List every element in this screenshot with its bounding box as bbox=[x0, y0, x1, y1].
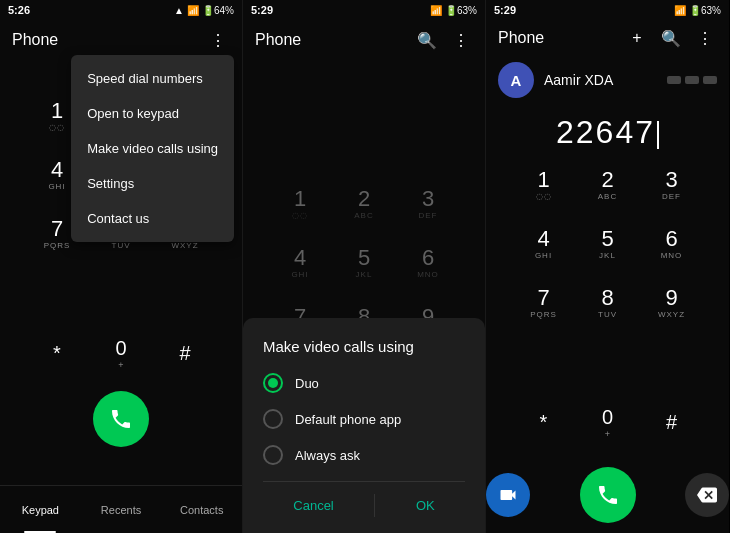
dial-key-zero-1[interactable]: 0 + bbox=[91, 329, 151, 379]
status-time-1: 5:26 bbox=[8, 4, 30, 16]
app-bar-1: Phone ⋮ bbox=[0, 20, 242, 60]
app-bar-2: Phone 🔍 ⋮ bbox=[243, 20, 485, 60]
dialog-ok-button[interactable]: OK bbox=[396, 494, 455, 517]
dial-key-2-4: 4GHI bbox=[270, 236, 330, 291]
panel-2: 5:29 📶 🔋63% Phone 🔍 ⋮ 1◌◌ 2ABC 3DEF 4GHI… bbox=[243, 0, 486, 533]
dial-key-star-3[interactable]: * bbox=[514, 397, 574, 447]
call-button-3[interactable] bbox=[580, 467, 636, 523]
contact-dot-1 bbox=[667, 76, 681, 84]
app-bar-3: Phone + 🔍 ⋮ bbox=[486, 20, 729, 56]
app-bar-icons-3: + 🔍 ⋮ bbox=[625, 26, 717, 50]
menu-item-settings[interactable]: Settings bbox=[71, 166, 234, 201]
status-icons-3: 📶 🔋63% bbox=[674, 5, 721, 16]
menu-item-contact-us[interactable]: Contact us bbox=[71, 201, 234, 236]
dial-key-3-9[interactable]: 9WXYZ bbox=[642, 275, 702, 330]
backspace-icon bbox=[697, 485, 717, 505]
contact-dots bbox=[667, 76, 717, 84]
dial-key-hash-1[interactable]: # bbox=[155, 329, 215, 379]
status-time-3: 5:29 bbox=[494, 4, 516, 16]
dial-key-3-6[interactable]: 6MNO bbox=[642, 216, 702, 271]
search-icon-2[interactable]: 🔍 bbox=[415, 28, 439, 52]
dialpad-grid-3: 1◌◌ 2ABC 3DEF 4GHI 5JKL 6MNO 7PQRS 8TUV … bbox=[514, 157, 702, 389]
dialog-divider bbox=[374, 494, 375, 517]
dial-key-2-3: 3DEF bbox=[398, 177, 458, 232]
dial-key-2-1: 1◌◌ bbox=[270, 177, 330, 232]
app-title-1: Phone bbox=[12, 31, 58, 49]
action-row bbox=[486, 459, 729, 531]
more-icon-3[interactable]: ⋮ bbox=[693, 26, 717, 50]
dialpad-bottom-1: * 0 + # bbox=[27, 329, 215, 379]
app-bar-icons-2: 🔍 ⋮ bbox=[415, 28, 473, 52]
dial-key-3-1[interactable]: 1◌◌ bbox=[514, 157, 574, 212]
dialog-option-default[interactable]: Default phone app bbox=[263, 409, 465, 429]
dial-key-3-4[interactable]: 4GHI bbox=[514, 216, 574, 271]
status-bar-3: 5:29 📶 🔋63% bbox=[486, 0, 729, 20]
contact-dot-2 bbox=[685, 76, 699, 84]
number-display: 22647 bbox=[486, 104, 729, 157]
dialog-actions: Cancel OK bbox=[263, 481, 465, 517]
menu-item-video-calls[interactable]: Make video calls using bbox=[71, 131, 234, 166]
add-icon-3[interactable]: + bbox=[625, 26, 649, 50]
dropdown-menu: Speed dial numbers Open to keypad Make v… bbox=[71, 55, 234, 242]
contact-dot-3 bbox=[703, 76, 717, 84]
delete-button[interactable] bbox=[685, 473, 729, 517]
contact-row: A Aamir XDA bbox=[486, 56, 729, 104]
menu-item-speed-dial[interactable]: Speed dial numbers bbox=[71, 61, 234, 96]
dialog-cancel-button[interactable]: Cancel bbox=[273, 494, 353, 517]
dial-key-hash-3[interactable]: # bbox=[642, 397, 702, 447]
app-bar-icons-1: ⋮ bbox=[206, 28, 230, 52]
panel-1: 5:26 ▲ 📶 🔋64% Phone ⋮ Speed dial numbers… bbox=[0, 0, 243, 533]
dialog-option-always-ask[interactable]: Always ask bbox=[263, 445, 465, 465]
dial-key-2-6: 6MNO bbox=[398, 236, 458, 291]
nav-keypad-1[interactable]: Keypad bbox=[0, 486, 81, 533]
nav-recents-1[interactable]: Recents bbox=[81, 486, 162, 533]
dialpad-3: 1◌◌ 2ABC 3DEF 4GHI 5JKL 6MNO 7PQRS 8TUV … bbox=[486, 157, 729, 459]
status-icons-2: 📶 🔋63% bbox=[430, 5, 477, 16]
radio-label-default: Default phone app bbox=[295, 412, 401, 427]
more-icon-2[interactable]: ⋮ bbox=[449, 28, 473, 52]
radio-default bbox=[263, 409, 283, 429]
menu-item-open-keypad[interactable]: Open to keypad bbox=[71, 96, 234, 131]
bottom-nav-1: Keypad Recents Contacts bbox=[0, 485, 242, 533]
dialog-video-calls: Make video calls using Duo Default phone… bbox=[243, 318, 485, 533]
radio-label-duo: Duo bbox=[295, 376, 319, 391]
status-time-2: 5:29 bbox=[251, 4, 273, 16]
dial-key-2-5: 5JKL bbox=[334, 236, 394, 291]
dialpad-bottom-3: * 0 + # bbox=[514, 397, 702, 447]
more-icon-1[interactable]: ⋮ bbox=[206, 28, 230, 52]
nav-contacts-1[interactable]: Contacts bbox=[161, 486, 242, 533]
radio-inner-duo bbox=[268, 378, 278, 388]
status-bar-2: 5:29 📶 🔋63% bbox=[243, 0, 485, 20]
status-icons-1: ▲ 📶 🔋64% bbox=[174, 5, 234, 16]
radio-always-ask bbox=[263, 445, 283, 465]
panel-3: 5:29 📶 🔋63% Phone + 🔍 ⋮ A Aamir XDA 2264… bbox=[486, 0, 729, 533]
dial-key-3-5[interactable]: 5JKL bbox=[578, 216, 638, 271]
dial-key-star-1[interactable]: * bbox=[27, 329, 87, 379]
status-bar-1: 5:26 ▲ 📶 🔋64% bbox=[0, 0, 242, 20]
dial-key-2-2: 2ABC bbox=[334, 177, 394, 232]
dial-key-3-3[interactable]: 3DEF bbox=[642, 157, 702, 212]
cursor bbox=[657, 121, 659, 149]
dial-key-3-8[interactable]: 8TUV bbox=[578, 275, 638, 330]
call-button-1[interactable] bbox=[93, 391, 149, 447]
app-title-2: Phone bbox=[255, 31, 301, 49]
radio-duo bbox=[263, 373, 283, 393]
phone-icon-3 bbox=[596, 483, 620, 507]
video-call-button[interactable] bbox=[486, 473, 530, 517]
dial-key-zero-3[interactable]: 0 + bbox=[578, 397, 638, 447]
dial-key-3-2[interactable]: 2ABC bbox=[578, 157, 638, 212]
contact-avatar: A bbox=[498, 62, 534, 98]
dial-key-3-7[interactable]: 7PQRS bbox=[514, 275, 574, 330]
app-title-3: Phone bbox=[498, 29, 544, 47]
dialog-title: Make video calls using bbox=[263, 338, 465, 355]
search-icon-3[interactable]: 🔍 bbox=[659, 26, 683, 50]
contact-name: Aamir XDA bbox=[544, 72, 657, 88]
radio-label-always-ask: Always ask bbox=[295, 448, 360, 463]
dialog-option-duo[interactable]: Duo bbox=[263, 373, 465, 393]
video-icon bbox=[498, 485, 518, 505]
phone-icon-1 bbox=[109, 407, 133, 431]
